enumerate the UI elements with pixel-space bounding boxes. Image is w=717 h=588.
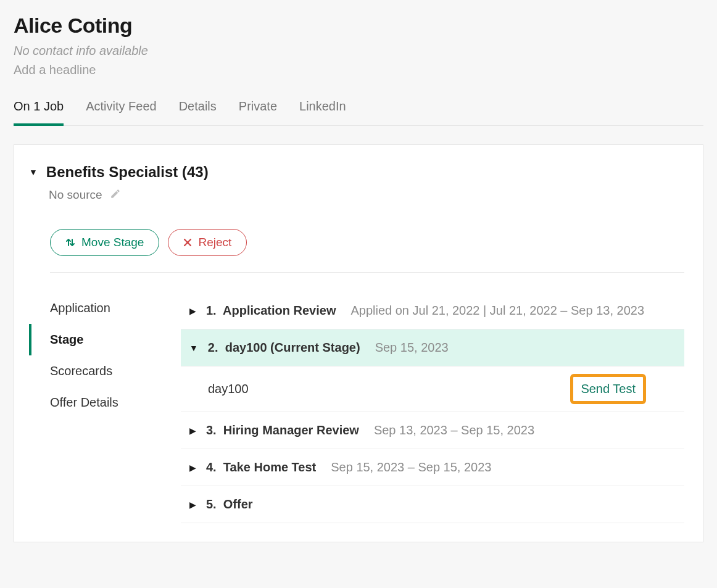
stage-meta: Applied on Jul 21, 2022 | Jul 21, 2022 –… [350,304,644,318]
stage-meta: Sep 15, 2023 [375,341,449,355]
sidebar-item-application[interactable]: Application [29,292,181,324]
stages-list: ▶ 1. Application Review Applied on Jul 2… [181,292,684,523]
tab-linkedin[interactable]: LinkedIn [299,99,346,125]
x-icon [183,238,192,247]
stage-label: 5. Offer [206,497,253,511]
sidebar-item-offer-details[interactable]: Offer Details [29,387,181,418]
stage-sub-row-day100: day100 Send Test [181,366,684,412]
divider [50,272,684,273]
stage-row-hiring-manager-review[interactable]: ▶ 3. Hiring Manager Review Sep 13, 2023 … [181,412,684,449]
stage-meta: Sep 15, 2023 – Sep 15, 2023 [331,460,491,474]
stage-label: 1. Application Review [206,304,336,318]
reject-button[interactable]: Reject [168,229,247,256]
stage-row-application-review[interactable]: ▶ 1. Application Review Applied on Jul 2… [181,292,684,329]
content-area: Application Stage Scorecards Offer Detai… [29,292,684,523]
tab-activity-feed[interactable]: Activity Feed [86,99,156,125]
tab-details[interactable]: Details [179,99,217,125]
tab-on-job[interactable]: On 1 Job [14,99,64,126]
job-title: Benefits Specialist (43) [46,164,209,181]
candidate-name: Alice Coting [14,14,703,38]
send-test-link[interactable]: Send Test [581,382,636,395]
move-arrows-icon [65,236,75,249]
stage-meta: Sep 13, 2023 – Sep 15, 2023 [374,423,534,437]
move-stage-button[interactable]: Move Stage [50,229,159,256]
stage-row-offer[interactable]: ▶ 5. Offer [181,486,684,523]
stage-label: 3. Hiring Manager Review [206,423,359,437]
chevron-right-icon: ▶ [189,426,196,436]
job-header[interactable]: ▼ Benefits Specialist (43) [29,164,684,181]
stage-row-take-home-test[interactable]: ▶ 4. Take Home Test Sep 15, 2023 – Sep 1… [181,449,684,486]
sidebar: Application Stage Scorecards Offer Detai… [29,292,181,523]
send-test-highlight: Send Test [570,374,646,404]
chevron-right-icon: ▶ [189,463,196,473]
reject-label: Reject [198,236,231,249]
chevron-right-icon: ▶ [189,306,196,316]
pencil-icon[interactable] [110,188,121,202]
job-card: ▼ Benefits Specialist (43) No source Mov… [14,144,703,542]
sidebar-item-scorecards[interactable]: Scorecards [29,355,181,387]
tab-private[interactable]: Private [239,99,277,125]
add-headline-link[interactable]: Add a headline [14,63,96,77]
action-buttons: Move Stage Reject [50,229,684,256]
source-row: No source [49,188,684,202]
sidebar-item-stage[interactable]: Stage [29,324,181,355]
contact-info: No contact info available [14,44,703,58]
stage-label: 4. Take Home Test [206,460,316,474]
chevron-right-icon: ▶ [189,500,196,510]
stage-row-day100-current[interactable]: ▼ 2. day100 (Current Stage) Sep 15, 2023 [181,329,684,366]
source-text: No source [49,188,102,202]
chevron-down-icon: ▼ [189,343,198,353]
sub-label: day100 [208,382,249,396]
move-stage-label: Move Stage [81,236,144,249]
tabs: On 1 Job Activity Feed Details Private L… [14,99,703,126]
chevron-down-icon: ▼ [29,167,38,177]
stage-label: 2. day100 (Current Stage) [208,341,360,355]
